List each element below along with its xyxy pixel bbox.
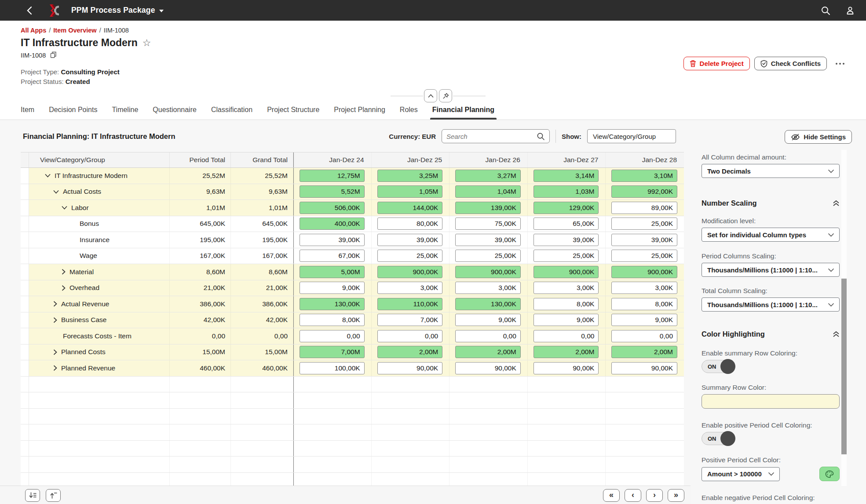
collapse-header-button[interactable]	[424, 89, 437, 102]
period-value-input[interactable]: 900,00K	[377, 266, 443, 278]
chevron-right-icon[interactable]	[62, 269, 66, 275]
period-value-input[interactable]: 9,00K	[533, 314, 599, 326]
period-value-input[interactable]: 89,00K	[611, 202, 677, 214]
table-row[interactable]: Planned Revenue460,00K460,00K100,00K90,0…	[21, 360, 684, 377]
table-row[interactable]: Business Case42,00K42,00K8,00K7,00K9,00K…	[21, 312, 684, 329]
row-name-cell[interactable]: IT Infrastructure Modern	[29, 168, 170, 184]
period-value-input[interactable]: 8,00K	[533, 298, 599, 310]
period-scaling-select[interactable]: Thousands/Millions (1:1000 | 1:10...	[702, 263, 840, 277]
period-value-input[interactable]: 992,00K	[611, 185, 677, 198]
row-selector-cell[interactable]	[21, 184, 29, 200]
row-selector-cell[interactable]	[21, 232, 29, 248]
period-value-input[interactable]: 25,00K	[533, 250, 599, 262]
period-value-input[interactable]: 3,14M	[533, 170, 599, 182]
positive-cell-color-picker-button[interactable]	[819, 467, 840, 481]
row-name-cell[interactable]: Business Case	[29, 312, 170, 328]
search-icon[interactable]	[820, 5, 831, 16]
tab-classification[interactable]: Classification	[211, 106, 252, 120]
row-selector-cell[interactable]	[21, 280, 29, 296]
period-value-input[interactable]: 9,00K	[300, 282, 365, 294]
row-name-cell[interactable]: Bonus	[29, 216, 170, 232]
favorite-star-icon[interactable]: ☆	[143, 39, 151, 47]
period-value-input[interactable]: 25,00K	[377, 250, 443, 262]
period-value-input[interactable]: 110,00K	[377, 298, 443, 310]
period-value-input[interactable]: 39,00K	[455, 234, 521, 246]
period-value-input[interactable]: 67,00K	[300, 250, 365, 262]
period-value-input[interactable]: 129,00K	[533, 202, 599, 214]
back-button[interactable]	[24, 5, 34, 16]
row-name-cell[interactable]: Actual Costs	[29, 184, 170, 200]
period-value-input[interactable]: 3,27M	[455, 170, 521, 182]
settings-scrollbar[interactable]	[841, 150, 847, 486]
period-value-input[interactable]: 1,03M	[533, 185, 599, 198]
period-value-input[interactable]: 139,00K	[455, 202, 521, 214]
column-header-jan-dez-26[interactable]: Jan-Dez 26	[449, 152, 528, 167]
period-value-input[interactable]: 2,00M	[455, 346, 521, 358]
table-row[interactable]: IT Infrastructure Modern25,52M25,52M12,7…	[21, 168, 684, 184]
period-value-input[interactable]: 3,10M	[611, 170, 677, 182]
period-value-input[interactable]: 0,00	[533, 330, 599, 342]
tab-questionnaire[interactable]: Questionnaire	[153, 106, 197, 120]
decimal-amount-select[interactable]: Two Decimals	[702, 164, 840, 178]
period-value-input[interactable]: 5,52M	[300, 185, 365, 198]
row-selector-cell[interactable]	[21, 360, 29, 376]
tab-project-planning[interactable]: Project Planning	[334, 106, 385, 120]
period-value-input[interactable]: 39,00K	[533, 234, 599, 246]
table-row[interactable]: Wage167,00K167,00K67,00K25,00K25,00K25,0…	[21, 248, 684, 265]
row-selector-cell[interactable]	[21, 312, 29, 328]
collapse-all-rows-button[interactable]	[46, 489, 61, 502]
row-name-cell[interactable]: Planned Costs	[29, 344, 170, 360]
column-header-grand-total[interactable]: Grand Total	[231, 152, 293, 167]
overflow-menu-button[interactable]	[835, 60, 845, 67]
row-name-cell[interactable]: Wage	[29, 248, 170, 264]
row-name-cell[interactable]: Forecasts Costs - Item	[29, 328, 170, 344]
collapse-section-icon[interactable]	[833, 331, 840, 337]
row-selector-cell[interactable]	[21, 200, 29, 216]
total-scaling-select[interactable]: Thousands/Millions (1:1000 | 1:10...	[702, 297, 840, 312]
table-row[interactable]: Labor1,01M1,01M506,00K144,00K139,00K129,…	[21, 200, 684, 216]
period-value-input[interactable]: 25,00K	[455, 250, 521, 262]
period-value-input[interactable]: 3,25M	[377, 170, 443, 182]
copy-icon[interactable]	[50, 51, 57, 60]
period-value-input[interactable]: 90,00K	[533, 362, 599, 374]
tab-roles[interactable]: Roles	[400, 106, 418, 120]
chevron-right-icon[interactable]	[53, 349, 57, 355]
period-value-input[interactable]: 1,04M	[455, 185, 521, 198]
positive-coloring-toggle[interactable]: ON	[702, 432, 735, 445]
period-value-input[interactable]: 25,00K	[611, 218, 677, 230]
period-value-input[interactable]: 2,00M	[533, 346, 599, 358]
row-selector-cell[interactable]	[21, 296, 29, 312]
column-header-jan-dez-24[interactable]: Jan-Dez 24	[293, 152, 372, 167]
period-value-input[interactable]: 900,00K	[611, 266, 677, 278]
chevron-right-icon[interactable]	[53, 317, 57, 323]
breadcrumb-all-apps[interactable]: All Apps	[21, 27, 46, 34]
search-input[interactable]	[446, 133, 537, 140]
table-row[interactable]: Actual Revenue386,00K386,00K130,00K110,0…	[21, 296, 684, 312]
period-value-input[interactable]: 0,00	[300, 330, 365, 342]
breadcrumb-item-overview[interactable]: Item Overview	[53, 27, 96, 34]
period-value-input[interactable]: 900,00K	[533, 266, 599, 278]
table-row[interactable]: Bonus645,00K645,00K400,00K80,00K75,00K65…	[21, 216, 684, 232]
row-selector-cell[interactable]	[21, 264, 29, 280]
period-value-input[interactable]: 0,00	[455, 330, 521, 342]
period-value-input[interactable]: 2,00M	[611, 346, 677, 358]
period-value-input[interactable]: 7,00K	[377, 314, 443, 326]
row-selector-cell[interactable]	[21, 328, 29, 344]
chevron-down-icon[interactable]	[45, 174, 51, 178]
summary-coloring-toggle[interactable]: ON	[702, 360, 735, 373]
table-row[interactable]: Material8,60M8,60M5,00M900,00K900,00K900…	[21, 264, 684, 280]
period-value-input[interactable]: 100,00K	[300, 362, 365, 374]
delete-project-button[interactable]: Delete Project	[683, 57, 750, 70]
modification-level-select[interactable]: Set for individual Column types	[702, 228, 840, 242]
table-row[interactable]: Actual Costs9,63M9,63M5,52M1,05M1,04M1,0…	[21, 184, 684, 200]
table-search-box[interactable]	[442, 129, 550, 143]
tab-item[interactable]: Item	[21, 106, 34, 120]
period-value-input[interactable]: 9,00K	[611, 314, 677, 326]
row-selector-cell[interactable]	[21, 216, 29, 232]
first-page-button[interactable]: «	[603, 489, 620, 502]
row-selector-cell[interactable]	[21, 344, 29, 360]
row-name-cell[interactable]: Material	[29, 264, 170, 280]
period-value-input[interactable]: 39,00K	[611, 234, 677, 246]
collapse-section-icon[interactable]	[833, 200, 840, 207]
column-header-jan-dez-27[interactable]: Jan-Dez 27	[528, 152, 606, 167]
